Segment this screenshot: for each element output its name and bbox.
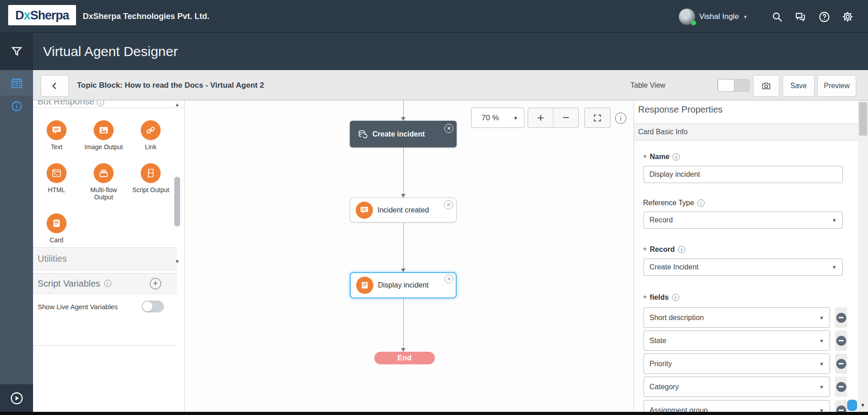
script-variables-section: Script Variables i + xyxy=(33,273,177,294)
left-rail xyxy=(0,33,33,415)
node-create-incident[interactable]: Create incident ✕ xyxy=(350,121,457,147)
show-live-agent-label: Show Live Agent Variables xyxy=(38,303,118,311)
remove-field-button[interactable] xyxy=(835,330,847,351)
gear-icon[interactable] xyxy=(841,10,854,24)
avatar[interactable] xyxy=(679,9,695,25)
close-icon[interactable]: ✕ xyxy=(444,124,453,133)
required-star: * xyxy=(643,153,647,163)
scroll-down-arrow[interactable]: ▼ xyxy=(860,402,865,408)
stacked-tray-icon xyxy=(94,163,114,183)
zoom-in-button[interactable]: + xyxy=(528,108,553,127)
name-input[interactable] xyxy=(644,166,843,183)
section-label: Card Basic Info xyxy=(638,128,687,136)
panel-scrollbar-thumb[interactable] xyxy=(847,400,857,411)
topic-toolbar: Topic Block: How to read the Docs - Virt… xyxy=(33,70,868,100)
panel-title: Response Properties xyxy=(638,104,723,115)
info-icon[interactable]: i xyxy=(672,294,679,301)
dxsherpa-logo[interactable]: DxSherpa xyxy=(8,5,76,25)
utilities-section[interactable]: Utilities xyxy=(33,247,177,270)
field-select-short-description[interactable]: Short description ▼ xyxy=(644,307,830,328)
arrowhead-icon xyxy=(401,117,405,121)
palette-item-multi-flow-output[interactable]: Multi-flow Output xyxy=(81,163,126,201)
add-variable-button[interactable]: + xyxy=(150,278,161,289)
node-label: Display incident xyxy=(378,281,429,289)
filter-icon[interactable] xyxy=(0,33,33,70)
back-button[interactable] xyxy=(41,75,69,97)
palette-item-html[interactable]: HTML xyxy=(34,163,79,201)
info-icon[interactable]: i xyxy=(97,100,104,106)
palette-item-card[interactable]: Card xyxy=(34,213,79,244)
camera-icon xyxy=(761,80,772,91)
flow-canvas[interactable]: Create incident ✕ Incident created ✕ Dis… xyxy=(184,100,634,412)
node-display-incident[interactable]: Display incident ✕ xyxy=(350,272,457,298)
remove-field-button[interactable] xyxy=(835,377,847,397)
reference-type-select[interactable]: Record ▼ xyxy=(644,212,843,229)
palette-scrollbar-thumb[interactable] xyxy=(174,177,180,226)
search-icon[interactable] xyxy=(770,10,784,24)
circle-minus-icon xyxy=(836,406,846,412)
palette-item-image-output[interactable]: Image Output xyxy=(81,120,126,151)
palette-scroll-up-arrow[interactable]: ▲ xyxy=(175,102,180,107)
card-basic-info-section: Card Basic Info xyxy=(634,123,858,141)
info-icon[interactable] xyxy=(0,96,33,117)
palette-item-script-output[interactable]: Script Output xyxy=(128,163,173,201)
code-window-icon xyxy=(47,163,67,183)
chevron-down-icon: ▼ xyxy=(832,264,837,270)
arrowhead-icon xyxy=(401,348,405,352)
node-end[interactable]: End xyxy=(374,352,435,364)
remove-field-button[interactable] xyxy=(835,400,847,412)
info-icon[interactable]: i xyxy=(672,153,680,160)
chevron-down-icon: ▼ xyxy=(819,408,824,412)
chevron-down-icon: ▼ xyxy=(819,338,824,344)
field-select-state[interactable]: State ▼ xyxy=(644,330,830,351)
fullscreen-button[interactable] xyxy=(584,108,610,128)
fields-label: * fields i xyxy=(643,292,679,302)
logo-d: D xyxy=(15,9,24,22)
field-select-priority[interactable]: Priority ▼ xyxy=(644,354,830,374)
zoom-out-button[interactable]: − xyxy=(553,108,578,127)
script-variables-label: Script Variables xyxy=(38,278,100,289)
record-select[interactable]: Create Incident ▼ xyxy=(644,259,843,276)
info-icon[interactable]: i xyxy=(697,199,705,207)
node-label: Incident created xyxy=(377,206,429,214)
node-incident-created[interactable]: Incident created ✕ xyxy=(350,198,457,222)
remove-field-button[interactable] xyxy=(835,354,847,374)
user-menu[interactable]: Vishal Ingle xyxy=(699,0,739,33)
company-name: DxSherpa Technologies Pvt. Ltd. xyxy=(83,0,210,33)
field-select-assignment-group[interactable]: Assignment group ▼ xyxy=(644,400,830,412)
database-icon xyxy=(357,129,368,140)
node-label: Create incident xyxy=(372,130,425,138)
bot-response-label: Bot Response xyxy=(38,100,95,106)
palette-item-text[interactable]: Text xyxy=(34,120,79,151)
circle-minus-icon xyxy=(836,313,846,323)
help-icon[interactable] xyxy=(817,10,831,24)
save-button[interactable]: Save xyxy=(782,75,815,97)
snapshot-button[interactable] xyxy=(753,75,779,97)
preview-button[interactable]: Preview xyxy=(817,75,856,97)
palette-item-link[interactable]: Link xyxy=(128,120,173,151)
info-icon[interactable]: i xyxy=(104,280,111,287)
palette-grid: Text Image Output Link HTML xyxy=(33,108,184,244)
remove-field-button[interactable] xyxy=(835,307,847,328)
chevron-down-icon[interactable]: ▼ xyxy=(743,14,748,19)
calendar-icon[interactable] xyxy=(0,70,33,96)
close-icon[interactable]: ✕ xyxy=(444,200,453,209)
table-view-toggle[interactable] xyxy=(717,79,750,92)
play-icon[interactable] xyxy=(0,384,33,412)
chevron-left-icon xyxy=(50,81,60,91)
zoom-level-select[interactable]: 70 % ▼ xyxy=(471,108,525,128)
show-live-agent-toggle[interactable] xyxy=(142,301,164,312)
chevron-down-icon: ▼ xyxy=(832,217,837,223)
close-icon[interactable]: ✕ xyxy=(444,274,453,283)
palette-scroll-down-arrow[interactable]: ▼ xyxy=(175,259,180,264)
arrowhead-icon xyxy=(401,269,405,272)
info-icon[interactable]: i xyxy=(678,246,685,253)
page-title: Virtual Agent Designer xyxy=(43,33,178,70)
info-icon[interactable]: i xyxy=(615,113,626,124)
chat-icon[interactable] xyxy=(793,10,807,24)
window-scrollbar-thumb[interactable] xyxy=(859,102,867,136)
field-select-category[interactable]: Category ▼ xyxy=(644,377,830,397)
zoom-level-value: 70 % xyxy=(482,113,499,123)
window-scrollbar[interactable]: ▼ xyxy=(858,100,868,412)
link-icon xyxy=(141,120,161,140)
